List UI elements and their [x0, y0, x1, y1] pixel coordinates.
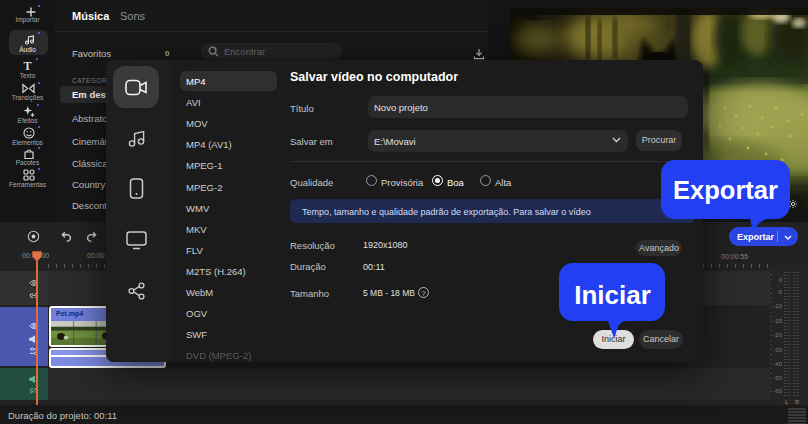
svg-text:Exportar: Exportar — [673, 176, 778, 204]
svg-text:Iniciar: Iniciar — [574, 280, 651, 310]
